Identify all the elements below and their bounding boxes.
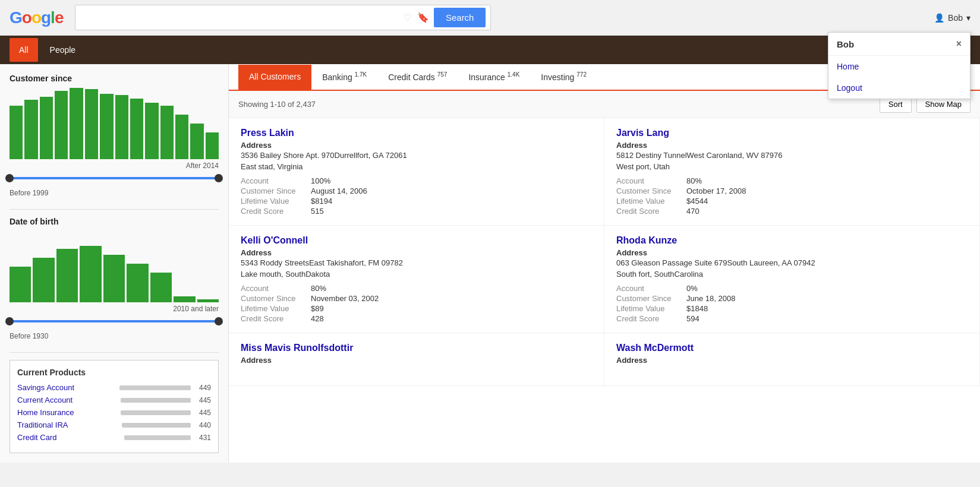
content-area: All Customers Banking 1.7K Credit Cards … xyxy=(229,64,980,463)
customer-card: Kelli O'Connell Address 5343 Roddy Stree… xyxy=(229,226,604,333)
lifetime-value-label: Lifetime Value xyxy=(241,304,306,313)
slider-thumb-left[interactable] xyxy=(5,174,14,182)
slider-thumb-left-dob[interactable] xyxy=(5,317,14,325)
customer-since-title: Customer since xyxy=(10,74,219,83)
tab-investing[interactable]: Investing 772 xyxy=(530,64,597,91)
customer-since-chart xyxy=(10,88,219,159)
customer-name[interactable]: Press Lakin xyxy=(241,128,592,138)
customer-since-filter: Customer since After 2014 Before 1999 xyxy=(10,74,219,197)
address-label: Address xyxy=(241,356,592,365)
customer-since-slider[interactable] xyxy=(10,172,219,184)
customer-since-value: November 03, 2002 xyxy=(311,294,592,303)
customer-name[interactable]: Kelli O'Connell xyxy=(241,235,592,246)
product-bar xyxy=(124,435,191,440)
product-link[interactable]: Savings Account xyxy=(17,383,74,392)
lifetime-value-value: $1848 xyxy=(686,304,968,313)
product-item: Credit Card 431 xyxy=(17,433,211,442)
chart-bar xyxy=(206,132,219,159)
results-count: Showing 1-10 of 2,437 xyxy=(238,100,316,109)
chart-bar xyxy=(55,91,68,159)
customer-since-label: Customer Since xyxy=(616,186,682,195)
customer-name[interactable]: Miss Mavis Runolfsdottir xyxy=(241,343,592,353)
product-bar-container: 431 xyxy=(124,434,211,442)
chart-bar xyxy=(130,99,143,159)
customer-name[interactable]: Wash McDermott xyxy=(616,343,968,353)
customer-address: 5812 Destiny TunnelWest Caronland, WV 87… xyxy=(616,150,968,173)
address-label: Address xyxy=(241,248,592,257)
credit-score-value: 428 xyxy=(311,314,592,323)
product-link[interactable]: Home Insurance xyxy=(17,408,74,417)
slider-thumb-right-dob[interactable] xyxy=(215,317,223,325)
products-title: Current Products xyxy=(17,368,211,377)
credit-score-value: 470 xyxy=(686,207,968,216)
header: Google ♡ 🔖 Search 👤 Bob ▾ xyxy=(0,0,980,36)
search-button[interactable]: Search xyxy=(434,8,486,27)
customer-since-label: Customer Since xyxy=(616,294,682,303)
chart-bar xyxy=(24,100,37,159)
dropdown-home[interactable]: Home xyxy=(828,56,970,77)
customer-details: Account 80% Customer Since October 17, 2… xyxy=(616,176,968,216)
lifetime-value-label: Lifetime Value xyxy=(616,197,682,205)
search-bar: ♡ 🔖 Search xyxy=(75,5,491,30)
product-count: 440 xyxy=(194,421,211,429)
lifetime-value-value: $4544 xyxy=(686,197,968,205)
search-icons: ♡ 🔖 xyxy=(403,12,429,23)
customer-since-value: August 14, 2006 xyxy=(311,186,592,195)
product-link[interactable]: Traditional IRA xyxy=(17,420,68,429)
account-value: 100% xyxy=(311,176,592,185)
nav-people[interactable]: People xyxy=(40,38,86,62)
product-count: 445 xyxy=(194,409,211,417)
search-input[interactable] xyxy=(80,12,398,23)
account-value: 80% xyxy=(311,284,592,293)
product-bar xyxy=(121,398,191,403)
date-of-birth-filter: Date of birth 2010 and later Before 1930 xyxy=(10,217,219,340)
customers-grid: Press Lakin Address 3536 Bailey Shore Ap… xyxy=(229,118,980,387)
product-bar-container: 445 xyxy=(121,396,211,404)
user-name: Bob xyxy=(948,13,963,23)
customer-card: Miss Mavis Runolfsdottir Address xyxy=(229,333,604,387)
product-item: Home Insurance 445 xyxy=(17,408,211,417)
slider-track-dob xyxy=(10,320,219,322)
date-of-birth-range-labels: Before 1930 xyxy=(10,332,219,340)
account-label: Account xyxy=(616,284,682,293)
chart-bar xyxy=(70,88,83,159)
credit-score-label: Credit Score xyxy=(241,314,306,323)
customer-name[interactable]: Rhoda Kunze xyxy=(616,235,968,246)
customer-details: Account 100% Customer Since August 14, 2… xyxy=(241,176,592,216)
tab-insurance[interactable]: Insurance 1.4K xyxy=(458,64,530,91)
chart-bar xyxy=(56,249,78,302)
customer-card: Jarvis Lang Address 5812 Destiny TunnelW… xyxy=(604,118,980,226)
date-of-birth-chart xyxy=(10,231,219,302)
customer-since-label: Customer Since xyxy=(241,294,306,303)
customer-address xyxy=(616,365,968,377)
product-count: 445 xyxy=(194,396,211,404)
product-count: 431 xyxy=(194,434,211,442)
product-bar-container: 445 xyxy=(121,409,211,417)
chart-bar xyxy=(174,296,195,302)
product-item: Current Account 445 xyxy=(17,396,211,404)
chart-bar xyxy=(150,273,172,302)
date-of-birth-label-left: Before 1930 xyxy=(10,332,48,340)
nav-all[interactable]: All xyxy=(10,38,38,62)
slider-thumb-right[interactable] xyxy=(215,174,223,182)
dropdown-close-button[interactable]: × xyxy=(956,39,962,49)
customer-address xyxy=(241,365,592,377)
customer-since-label-right: After 2014 xyxy=(10,162,219,170)
date-of-birth-slider[interactable] xyxy=(10,315,219,327)
customer-name[interactable]: Jarvis Lang xyxy=(616,128,968,138)
date-of-birth-title: Date of birth xyxy=(10,217,219,226)
product-link[interactable]: Current Account xyxy=(17,396,73,404)
product-link[interactable]: Credit Card xyxy=(17,433,56,442)
current-products-box: Current Products Savings Account 449 Cur… xyxy=(10,360,219,453)
account-value: 0% xyxy=(686,284,968,293)
product-bar-container: 440 xyxy=(122,421,211,429)
chart-bar xyxy=(33,258,54,302)
tab-all-customers[interactable]: All Customers xyxy=(238,65,311,90)
tab-banking[interactable]: Banking 1.7K xyxy=(311,64,377,91)
tab-credit-cards[interactable]: Credit Cards 757 xyxy=(377,64,458,91)
dropdown-logout[interactable]: Logout xyxy=(828,77,970,99)
chart-bar xyxy=(103,255,125,302)
user-menu-trigger[interactable]: 👤 Bob ▾ xyxy=(934,13,970,23)
customer-since-value: June 18, 2008 xyxy=(686,294,968,303)
main-layout: Customer since After 2014 Before 1999 Da… xyxy=(0,64,980,463)
